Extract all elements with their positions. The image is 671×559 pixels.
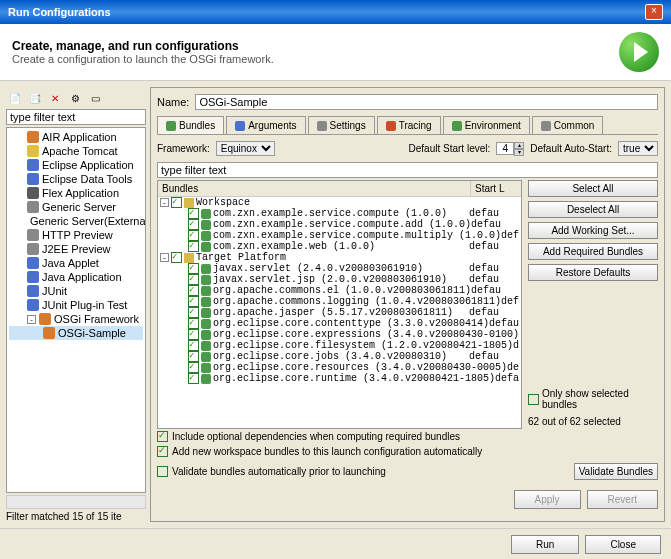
- plugin-icon: [201, 242, 211, 252]
- validate-auto-checkbox[interactable]: [157, 466, 168, 477]
- config-type-icon: [27, 131, 39, 143]
- bundle-row[interactable]: org.apache.jasper (5.5.17.v200803061811)…: [158, 307, 521, 318]
- bundle-row[interactable]: org.eclipse.core.expressions (3.4.0.v200…: [158, 329, 521, 340]
- bundle-filter-input[interactable]: [157, 162, 658, 178]
- auto-start-select[interactable]: true: [618, 141, 658, 156]
- bundle-row[interactable]: javax.servlet (2.4.0.v200803061910)defau: [158, 263, 521, 274]
- tab-arguments[interactable]: Arguments: [226, 116, 305, 134]
- deselect-all-button[interactable]: Deselect All: [528, 201, 658, 218]
- bundle-start: defau: [507, 362, 519, 373]
- tab-label: Bundles: [179, 120, 215, 131]
- start-level-spinner[interactable]: ▴▾: [496, 142, 524, 156]
- bundle-checkbox[interactable]: [171, 252, 182, 263]
- filter-config-icon[interactable]: ⚙: [66, 89, 84, 107]
- auto-start-label: Default Auto-Start:: [530, 143, 612, 154]
- tree-item[interactable]: Java Application: [9, 270, 143, 284]
- tree-item[interactable]: OSGi-Sample: [9, 326, 143, 340]
- config-type-icon: [27, 145, 39, 157]
- bundle-checkbox[interactable]: [188, 373, 199, 384]
- run-icon: [619, 32, 659, 72]
- bundle-row[interactable]: com.zxn.example.service.compute.multiply…: [158, 230, 521, 241]
- bundle-row[interactable]: org.eclipse.core.filesystem (1.2.0.v2008…: [158, 340, 521, 351]
- collapse-icon[interactable]: ▭: [86, 89, 104, 107]
- bundle-label: org.apache.commons.logging (1.0.4.v20080…: [213, 296, 501, 307]
- bundle-row[interactable]: org.apache.commons.el (1.0.0.v2008030618…: [158, 285, 521, 296]
- config-type-icon: [27, 159, 39, 171]
- new-config-icon[interactable]: 📄: [6, 89, 24, 107]
- expander-icon[interactable]: -: [160, 253, 169, 262]
- add-workspace-checkbox[interactable]: [157, 446, 168, 457]
- config-tree[interactable]: AIR ApplicationApache TomcatEclipse Appl…: [6, 127, 146, 493]
- delete-config-icon[interactable]: ✕: [46, 89, 64, 107]
- tree-item[interactable]: Flex Application: [9, 186, 143, 200]
- tree-item[interactable]: HTTP Preview: [9, 228, 143, 242]
- bundle-row[interactable]: org.eclipse.core.jobs (3.4.0.v20080310)d…: [158, 351, 521, 362]
- tab-common[interactable]: Common: [532, 116, 604, 134]
- tree-item[interactable]: -OSGi Framework: [9, 312, 143, 326]
- config-type-icon: [27, 173, 39, 185]
- tab-bundles[interactable]: Bundles: [157, 116, 224, 134]
- tab-environment[interactable]: Environment: [443, 116, 530, 134]
- select-all-button[interactable]: Select All: [528, 180, 658, 197]
- include-optional-checkbox[interactable]: [157, 431, 168, 442]
- tree-item[interactable]: Java Applet: [9, 256, 143, 270]
- only-show-checkbox[interactable]: [528, 394, 539, 405]
- bundle-start: defau: [471, 285, 519, 296]
- bundle-group[interactable]: - Workspace: [158, 197, 521, 208]
- tree-item[interactable]: JUnit: [9, 284, 143, 298]
- add-required-button[interactable]: Add Required Bundles: [528, 243, 658, 260]
- restore-defaults-button[interactable]: Restore Defaults: [528, 264, 658, 281]
- tab-icon: [235, 121, 245, 131]
- tree-item[interactable]: J2EE Preview: [9, 242, 143, 256]
- tree-item[interactable]: Generic Server: [9, 200, 143, 214]
- bundle-label: org.eclipse.core.expressions (3.4.0.v200…: [213, 329, 519, 340]
- bundle-col-bundles[interactable]: Bundles: [158, 181, 471, 196]
- header-subtitle: Create a configuration to launch the OSG…: [12, 53, 274, 65]
- bundle-group[interactable]: - Target Platform: [158, 252, 521, 263]
- tree-item[interactable]: Eclipse Application: [9, 158, 143, 172]
- bundle-row[interactable]: com.zxn.example.web (1.0.0)defau: [158, 241, 521, 252]
- validate-bundles-button[interactable]: Validate Bundles: [574, 463, 658, 480]
- tab-label: Common: [554, 120, 595, 131]
- plugin-icon: [201, 308, 211, 318]
- bundle-col-start[interactable]: Start L: [471, 181, 521, 196]
- bundle-row[interactable]: com.zxn.example.service.compute (1.0.0)d…: [158, 208, 521, 219]
- left-pane: 📄 📑 ✕ ⚙ ▭ AIR ApplicationApache TomcatEc…: [6, 87, 146, 522]
- bundle-label: javax.servlet (2.4.0.v200803061910): [213, 263, 423, 274]
- tab-label: Arguments: [248, 120, 296, 131]
- tree-item[interactable]: Eclipse Data Tools: [9, 172, 143, 186]
- close-button[interactable]: Close: [585, 535, 661, 554]
- tab-settings[interactable]: Settings: [308, 116, 375, 134]
- plugin-icon: [201, 264, 211, 274]
- bundle-row[interactable]: javax.servlet.jsp (2.0.0.v200803061910)d…: [158, 274, 521, 285]
- tree-item[interactable]: AIR Application: [9, 130, 143, 144]
- expander-icon[interactable]: -: [160, 198, 169, 207]
- bundle-checkbox[interactable]: [188, 241, 199, 252]
- run-button[interactable]: Run: [511, 535, 579, 554]
- tab-tracing[interactable]: Tracing: [377, 116, 441, 134]
- bundle-row[interactable]: org.apache.commons.logging (1.0.4.v20080…: [158, 296, 521, 307]
- add-working-set-button[interactable]: Add Working Set...: [528, 222, 658, 239]
- bundle-row[interactable]: com.zxn.example.service.compute.add (1.0…: [158, 219, 521, 230]
- tree-scrollbar[interactable]: [6, 495, 146, 509]
- revert-button[interactable]: Revert: [587, 490, 658, 509]
- tree-filter-input[interactable]: [6, 109, 146, 125]
- only-show-label: Only show selected bundles: [542, 388, 658, 410]
- header-title: Create, manage, and run configurations: [12, 39, 274, 53]
- tree-item[interactable]: Generic Server(External: [9, 214, 143, 228]
- apply-button[interactable]: Apply: [514, 490, 581, 509]
- tree-item[interactable]: JUnit Plug-in Test: [9, 298, 143, 312]
- tree-item-label: OSGi Framework: [54, 313, 139, 325]
- bundle-row[interactable]: org.eclipse.core.contenttype (3.3.0.v200…: [158, 318, 521, 329]
- duplicate-config-icon[interactable]: 📑: [26, 89, 44, 107]
- close-icon[interactable]: ×: [645, 4, 663, 20]
- bundle-table[interactable]: Bundles Start L - Workspace com.zxn.exam…: [157, 180, 522, 429]
- framework-select[interactable]: Equinox: [216, 141, 275, 156]
- bundle-row[interactable]: org.eclipse.core.resources (3.4.0.v20080…: [158, 362, 521, 373]
- bundle-checkbox[interactable]: [171, 197, 182, 208]
- config-type-icon: [43, 327, 55, 339]
- tree-item[interactable]: Apache Tomcat: [9, 144, 143, 158]
- bundle-row[interactable]: org.eclipse.core.runtime (3.4.0.v2008042…: [158, 373, 521, 384]
- expander-icon[interactable]: -: [27, 315, 36, 324]
- name-input[interactable]: [195, 94, 658, 110]
